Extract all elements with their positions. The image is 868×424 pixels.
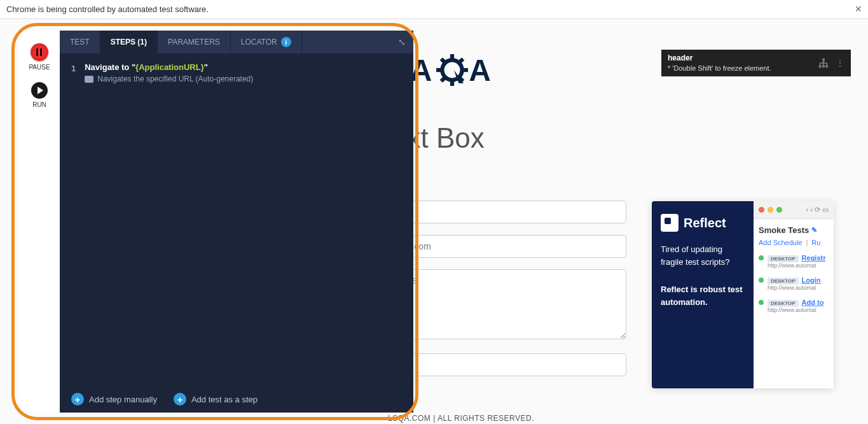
- inspector-tooltip: header * 'Double Shift' to freeze elemen…: [661, 50, 851, 76]
- reflect-ad[interactable]: Reflect Tired of updating fragile test s…: [652, 201, 834, 388]
- step-number: 1: [71, 62, 76, 83]
- email-field[interactable]: [388, 235, 626, 258]
- traffic-light-max-icon: [776, 207, 782, 213]
- traffic-light-min-icon: [768, 207, 773, 213]
- add-schedule-link: Add Schedule: [759, 239, 803, 246]
- close-icon[interactable]: ×: [855, 3, 862, 16]
- status-dot-icon: [759, 255, 764, 260]
- ad-window-title: Smoke Tests ✎: [759, 225, 829, 235]
- ad-brand: Reflect: [661, 214, 745, 232]
- footer-text: LSQA.COM | ALL RIGHTS RESERVED.: [388, 414, 534, 423]
- svg-rect-2: [450, 81, 454, 86]
- comment-icon: [85, 76, 93, 83]
- ad-window-body: Smoke Tests ✎ Add Schedule | Ru DESKTOP …: [754, 219, 834, 327]
- ad-test-row: DESKTOP Add to http://www.automat: [759, 299, 829, 313]
- inspector-tooltip-text: header * 'Double Shift' to freeze elemen…: [668, 53, 818, 73]
- play-icon: [31, 82, 48, 99]
- automation-notice-text: Chrome is being controlled by automated …: [6, 4, 209, 14]
- permanent-address-field[interactable]: [388, 353, 626, 376]
- desktop-badge: DESKTOP: [768, 300, 799, 307]
- run-link: Ru: [811, 239, 820, 246]
- gear-icon: [436, 53, 469, 87]
- recorder-panel: PAUSE RUN TEST STEPS (1) PARAMETERS LOCA…: [19, 31, 413, 413]
- tab-parameters[interactable]: PARAMETERS: [158, 31, 231, 53]
- collapse-icon[interactable]: ⤡: [390, 31, 413, 53]
- pencil-icon: ✎: [811, 226, 817, 234]
- inspector-tooltip-icons: ⋮: [818, 57, 844, 69]
- pause-button[interactable]: PAUSE: [29, 43, 50, 71]
- svg-point-9: [823, 59, 825, 60]
- ad-tagline-1: Tired of updating fragile test scripts?: [661, 243, 745, 268]
- text-box-form: [388, 201, 626, 376]
- status-dot-icon: [759, 300, 764, 305]
- recorder-sidebar: PAUSE RUN: [19, 31, 60, 413]
- pause-icon: [31, 43, 48, 61]
- tab-steps[interactable]: STEPS (1): [100, 31, 158, 53]
- ad-right-panel: ‹ › ⟳ ▭ Smoke Tests ✎ Add Schedule | Ru …: [754, 201, 834, 388]
- add-test-as-step-button[interactable]: + Add test as a step: [174, 393, 258, 406]
- step-title: Navigate to "{ApplicationURL}": [85, 62, 402, 72]
- svg-point-10: [819, 66, 821, 67]
- svg-point-0: [443, 60, 462, 80]
- steps-list: 1 Navigate to "{ApplicationURL}" Navigat…: [60, 53, 413, 386]
- desktop-badge: DESKTOP: [768, 278, 799, 285]
- plus-icon: +: [71, 393, 84, 406]
- plus-icon: +: [174, 393, 186, 406]
- tab-test[interactable]: TEST: [60, 31, 100, 53]
- ad-test-link: Login: [802, 276, 821, 284]
- svg-rect-4: [463, 68, 468, 72]
- run-button[interactable]: RUN: [31, 82, 48, 108]
- ad-test-link: Registr: [802, 254, 826, 262]
- add-step-manually-button[interactable]: + Add step manually: [71, 393, 157, 406]
- ad-tagline-2: Reflect is robust test automation.: [661, 283, 745, 308]
- kebab-menu-icon[interactable]: ⋮: [836, 58, 844, 68]
- ad-brand-text: Reflect: [684, 216, 726, 230]
- tab-locator[interactable]: LOCATOR i: [231, 31, 302, 53]
- reflect-logo-icon: [661, 214, 679, 232]
- status-dot-icon: [759, 278, 764, 283]
- ad-test-link: Add to: [802, 299, 824, 306]
- ad-test-url: http://www.automat: [768, 285, 829, 291]
- current-address-field[interactable]: [388, 269, 626, 339]
- step-row[interactable]: 1 Navigate to "{ApplicationURL}" Navigat…: [60, 62, 413, 83]
- step-description: Navigates the specified URL (Auto-genera…: [85, 74, 402, 83]
- ad-nav-icons: ‹ › ⟳ ▭: [806, 206, 829, 214]
- logo-a: A: [469, 53, 492, 88]
- info-icon: i: [281, 37, 291, 47]
- automation-notice-bar: Chrome is being controlled by automated …: [0, 0, 868, 19]
- traffic-light-close-icon: [759, 207, 764, 213]
- svg-point-12: [826, 66, 828, 67]
- ad-test-url: http://www.automat: [768, 262, 829, 269]
- desktop-badge: DESKTOP: [768, 255, 799, 262]
- recorder-main: TEST STEPS (1) PARAMETERS LOCATOR i ⤡ 1 …: [60, 31, 413, 413]
- hierarchy-icon: [818, 57, 829, 69]
- ad-test-url: http://www.automat: [768, 307, 829, 313]
- ad-left-panel: Reflect Tired of updating fragile test s…: [652, 201, 754, 388]
- ad-test-row: DESKTOP Registr http://www.automat: [759, 254, 829, 269]
- full-name-field[interactable]: [388, 201, 626, 223]
- recorder-footer: + Add step manually + Add test as a step: [60, 386, 413, 413]
- svg-point-11: [823, 66, 825, 67]
- ad-schedule-row: Add Schedule | Ru: [759, 239, 829, 246]
- ad-test-row: DESKTOP Login http://www.automat: [759, 276, 829, 291]
- svg-rect-1: [450, 54, 454, 59]
- svg-rect-3: [436, 68, 441, 72]
- recorder-tabs: TEST STEPS (1) PARAMETERS LOCATOR i ⤡: [60, 31, 413, 53]
- ad-window-chrome: ‹ › ⟳ ▭: [754, 201, 834, 219]
